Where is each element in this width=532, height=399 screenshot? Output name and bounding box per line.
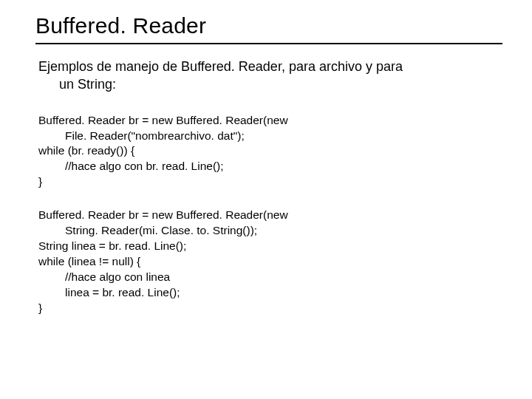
slide-title: Buffered. Reader [35,13,502,44]
code-line: //hace algo con linea [38,270,502,285]
code-line: String linea = br. read. Line(); [38,239,502,254]
code-line: File. Reader("nombrearchivo. dat"); [38,129,502,144]
code-line: Buffered. Reader br = new Buffered. Read… [38,113,502,129]
code-line: linea = br. read. Line(); [38,285,502,301]
code-line: while (br. ready()) { [38,143,502,159]
code-block-2: Buffered. Reader br = new Buffered. Read… [35,208,502,316]
code-line: String. Reader(mi. Clase. to. String()); [38,223,502,239]
code-block-1: Buffered. Reader br = new Buffered. Read… [35,113,502,191]
code-line: } [38,301,502,316]
subtitle-line-2: un String: [38,75,502,93]
code-line: } [38,174,502,190]
code-line: //hace algo con br. read. Line(); [38,159,502,174]
code-line: while (linea != null) { [38,254,502,270]
slide-subtitle: Ejemplos de manejo de Buffered. Reader, … [35,58,502,94]
slide: Buffered. Reader Ejemplos de manejo de B… [0,0,532,399]
subtitle-line-1: Ejemplos de manejo de Buffered. Reader, … [38,59,403,74]
code-line: Buffered. Reader br = new Buffered. Read… [38,208,502,223]
